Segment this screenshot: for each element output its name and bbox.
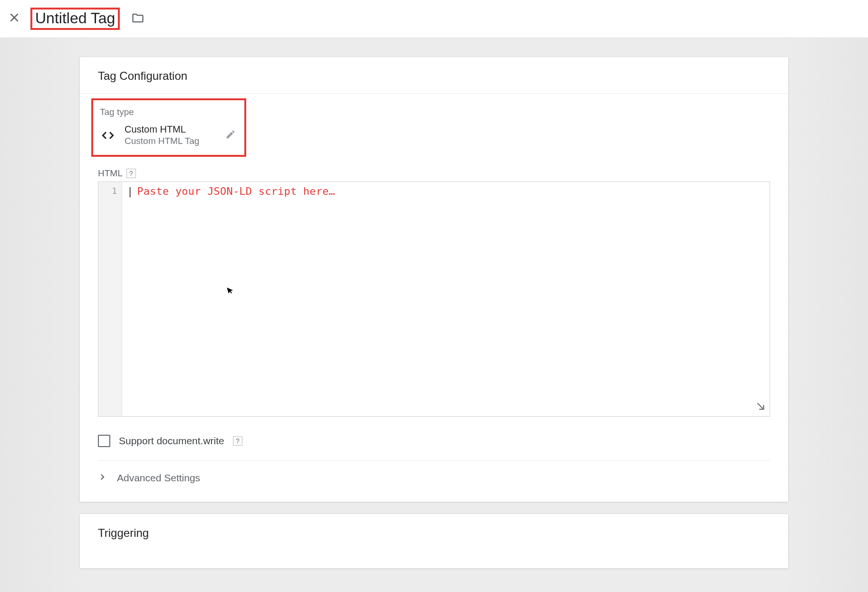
html-label-row: HTML ? [98, 168, 770, 179]
canvas: Tag Configuration Tag type Custom HTML C… [0, 38, 868, 592]
code-icon [100, 127, 116, 143]
close-button[interactable] [5, 10, 24, 29]
cursor-icon [225, 285, 237, 298]
support-document-write-checkbox[interactable] [98, 435, 110, 447]
folder-button[interactable] [129, 10, 146, 28]
tag-type-name: Custom HTML [125, 124, 199, 135]
resize-icon [755, 404, 766, 413]
editor-resize-handle[interactable] [755, 401, 766, 413]
advanced-settings-label: Advanced Settings [117, 472, 200, 484]
tag-type-texts: Custom HTML Custom HTML Tag [125, 124, 199, 146]
support-document-write-label: Support document.write [119, 435, 224, 447]
chevron-right-icon [98, 473, 106, 483]
edit-tag-type-button[interactable] [223, 128, 238, 143]
support-document-write-help[interactable]: ? [233, 436, 242, 446]
tag-type-highlight-box: Tag type Custom HTML Custom HTML Tag [91, 98, 246, 157]
html-help-button[interactable]: ? [126, 169, 136, 178]
html-editor[interactable]: 1 | Paste your JSON-LD script here… [98, 181, 770, 417]
pencil-icon [225, 129, 236, 142]
tag-configuration-card: Tag Configuration Tag type Custom HTML C… [80, 57, 788, 502]
editor-line-number: 1 [98, 185, 122, 197]
editor-body[interactable]: | Paste your JSON-LD script here… [122, 182, 770, 416]
close-icon [8, 11, 20, 27]
tag-type-label: Tag type [100, 107, 238, 117]
triggering-card[interactable]: Triggering [80, 514, 788, 568]
editor-gutter: 1 [98, 182, 122, 416]
title-highlight-box: Untitled Tag [30, 8, 120, 30]
editor-first-line: | Paste your JSON-LD script here… [127, 185, 765, 197]
html-label: HTML [98, 168, 123, 179]
tag-configuration-body: Tag type Custom HTML Custom HTML Tag [80, 94, 788, 502]
tag-type-row[interactable]: Custom HTML Custom HTML Tag [100, 124, 238, 146]
svg-line-2 [758, 403, 764, 410]
tag-type-subtitle: Custom HTML Tag [125, 136, 199, 146]
triggering-title: Triggering [80, 514, 788, 568]
tag-configuration-title: Tag Configuration [80, 57, 788, 94]
folder-icon [131, 11, 145, 27]
editor-cursor: | [127, 185, 133, 197]
page-title[interactable]: Untitled Tag [35, 10, 115, 27]
advanced-settings-toggle[interactable]: Advanced Settings [98, 461, 770, 497]
support-document-write-row: Support document.write ? [98, 417, 770, 461]
editor-placeholder: Paste your JSON-LD script here… [137, 185, 335, 197]
topbar: Untitled Tag [0, 0, 868, 38]
